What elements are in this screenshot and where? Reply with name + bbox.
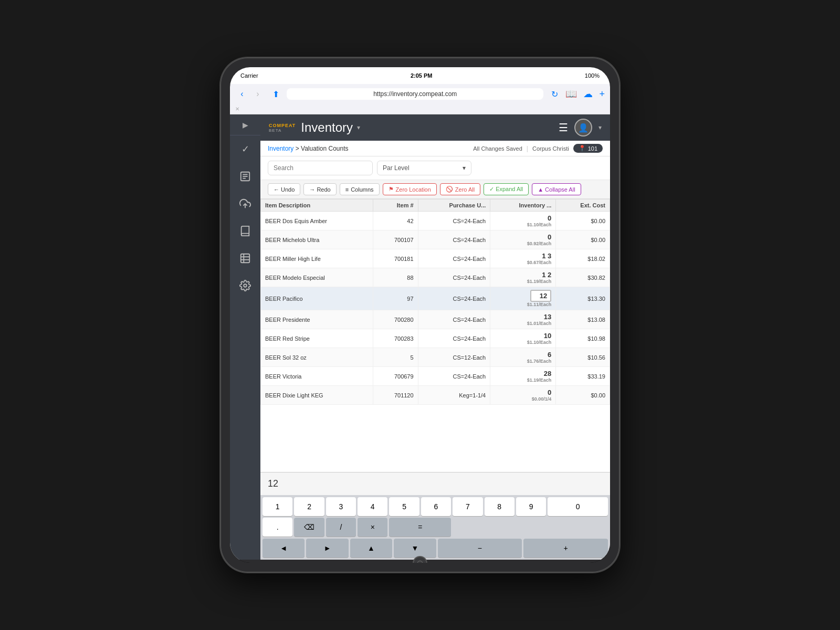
cell-inventory[interactable]: 0$0.00/1/4 — [490, 386, 556, 405]
key-8[interactable]: 8 — [485, 497, 514, 516]
key-minus[interactable]: − — [438, 539, 522, 558]
cell-item-num: 97 — [373, 287, 418, 310]
reload-button[interactable]: ↻ — [548, 87, 561, 101]
cell-inventory[interactable]: 0$1.10/Each — [490, 212, 556, 230]
inventory-table-container: Item Description Item # Purchase U... In… — [260, 199, 610, 472]
col-item-num: Item # — [373, 200, 418, 212]
table-row[interactable]: BEER Dos Equis Amber42CS=24-Each0$1.10/E… — [261, 212, 610, 230]
cell-purchase-unit: CS=24-Each — [418, 230, 490, 249]
cell-inventory[interactable]: 1 3$0.67/Each — [490, 249, 556, 268]
forward-button[interactable]: › — [251, 87, 265, 101]
breadcrumb: Inventory > Valuation Counts — [268, 145, 349, 152]
sidebar-item-upload[interactable] — [230, 190, 260, 217]
breadcrumb-current: Valuation Counts — [301, 145, 349, 152]
key-down[interactable]: ▼ — [394, 539, 436, 558]
cell-ext-cost: $33.19 — [556, 367, 610, 386]
key-2[interactable]: 2 — [294, 497, 324, 516]
pin-icon: 📍 — [579, 145, 586, 152]
key-6[interactable]: 6 — [421, 497, 451, 516]
redo-button[interactable]: → Redo — [303, 183, 336, 195]
back-button[interactable]: ‹ — [235, 87, 249, 101]
tab-close-icon[interactable]: ✕ — [235, 106, 239, 112]
table-row[interactable]: BEER Sol 32 oz5CS=12-Each6$1.76/Each$10.… — [261, 348, 610, 367]
columns-icon: ≡ — [345, 186, 349, 193]
key-0[interactable]: 0 — [548, 497, 608, 516]
cloud-icon[interactable]: ☁ — [583, 88, 593, 100]
table-row[interactable]: BEER Red Stripe700283CS=24-Each10$1.10/E… — [261, 329, 610, 348]
divider: | — [527, 145, 528, 152]
cell-purchase-unit: CS=24-Each — [418, 329, 490, 348]
key-4[interactable]: 4 — [358, 497, 387, 516]
sidebar-item-report[interactable] — [230, 163, 260, 190]
cell-inventory[interactable]: 6$1.76/Each — [490, 348, 556, 367]
key-dot[interactable]: . — [262, 518, 292, 537]
table-row[interactable]: BEER Presidente700280CS=24-Each13$1.01/E… — [261, 310, 610, 329]
search-input[interactable] — [268, 161, 373, 175]
sidebar-item-excel[interactable] — [230, 245, 260, 272]
cell-inventory[interactable]: 28$1.19/Each — [490, 367, 556, 386]
app-header: compeat BETA Inventory ▾ ☰ 👤 ▾ — [260, 114, 610, 141]
svg-point-9 — [244, 284, 247, 287]
browser-icons: 📖 ☁ + — [565, 88, 605, 100]
table-row[interactable]: BEER Michelob Ultra700107CS=24-Each0$0.9… — [261, 230, 610, 249]
title-dropdown-icon[interactable]: ▾ — [357, 124, 360, 131]
key-1[interactable]: 1 — [262, 497, 292, 516]
table-row[interactable]: BEER Victoria700679CS=24-Each28$1.19/Eac… — [261, 367, 610, 386]
key-7[interactable]: 7 — [453, 497, 482, 516]
collapse-all-button[interactable]: ▲ Collapse All — [532, 183, 581, 195]
key-5[interactable]: 5 — [389, 497, 419, 516]
cell-purchase-unit: CS=24-Each — [418, 212, 490, 230]
columns-button[interactable]: ≡ Columns — [340, 183, 380, 195]
col-ext-cost: Ext. Cost — [556, 200, 610, 212]
num-display: 12 — [260, 472, 610, 495]
cell-inventory[interactable]: 10$1.10/Each — [490, 329, 556, 348]
zero-all-button[interactable]: 🚫 Zero All — [440, 183, 480, 195]
zero-location-button[interactable]: ⚑ Zero Location — [383, 183, 437, 195]
cell-inventory[interactable]: 13$1.01/Each — [490, 310, 556, 329]
url-bar[interactable]: https://inventory.compeat.com — [287, 88, 543, 100]
key-9[interactable]: 9 — [516, 497, 546, 516]
share-button[interactable]: ⬆ — [269, 87, 282, 101]
sidebar-item-check[interactable]: ✓ — [230, 135, 260, 163]
key-right[interactable]: ► — [306, 539, 348, 558]
breadcrumb-parent[interactable]: Inventory — [268, 145, 293, 152]
table-row[interactable]: BEER Pacifico97CS=24-Each12$1.11/Each$13… — [261, 287, 610, 310]
user-avatar[interactable]: 👤 — [574, 119, 592, 136]
key-3[interactable]: 3 — [326, 497, 356, 516]
cell-purchase-unit: Keg=1-1/4 — [418, 386, 490, 405]
table-row[interactable]: BEER Dixie Light KEG701120Keg=1-1/40$0.0… — [261, 386, 610, 405]
key-equals[interactable]: = — [389, 518, 451, 537]
status-bar: Carrier 2:05 PM 100% — [230, 67, 610, 84]
new-tab-icon[interactable]: + — [599, 89, 605, 100]
key-times[interactable]: × — [358, 518, 387, 537]
key-left[interactable]: ◄ — [262, 539, 304, 558]
cell-inventory[interactable]: 0$0.92/Each — [490, 230, 556, 249]
hamburger-icon[interactable]: ☰ — [559, 121, 568, 134]
book-icon[interactable]: 📖 — [565, 88, 577, 100]
key-backspace[interactable]: ⌫ — [294, 518, 324, 537]
sidebar-item-settings[interactable] — [230, 272, 260, 299]
sidebar-toggle[interactable]: ▶ — [230, 114, 260, 135]
cell-item-num: 88 — [373, 268, 418, 287]
table-row[interactable]: BEER Miller High Life700181CS=24-Each1 3… — [261, 249, 610, 268]
table-row[interactable]: BEER Modelo Especial88CS=24-Each1 2$1.19… — [261, 268, 610, 287]
table-header-row: Item Description Item # Purchase U... In… — [261, 200, 610, 212]
sidebar-item-book[interactable] — [230, 217, 260, 245]
user-dropdown-icon[interactable]: ▾ — [598, 124, 602, 131]
columns-label: Columns — [351, 186, 373, 193]
cell-purchase-unit: CS=12-Each — [418, 348, 490, 367]
key-slash[interactable]: / — [326, 518, 356, 537]
key-plus[interactable]: + — [523, 539, 608, 558]
undo-button[interactable]: ← Undo — [268, 183, 300, 195]
app-logo: compeat BETA — [269, 123, 296, 133]
expand-all-button[interactable]: ✓ Expand All — [484, 183, 529, 195]
cell-item-num: 700679 — [373, 367, 418, 386]
cell-ext-cost: $0.00 — [556, 212, 610, 230]
cell-inventory[interactable]: 12$1.11/Each — [490, 287, 556, 310]
browser-nav: ‹ › — [235, 87, 265, 101]
key-up[interactable]: ▲ — [350, 539, 392, 558]
cell-inventory[interactable]: 1 2$1.19/Each — [490, 268, 556, 287]
par-level-select[interactable]: Par Level ▾ — [377, 161, 471, 175]
action-buttons: ← Undo → Redo ≡ Columns ⚑ Zero Location … — [260, 180, 610, 199]
numpad-row1: 1 2 3 4 5 6 7 8 9 0 . ⌫ / × = — [260, 495, 610, 539]
